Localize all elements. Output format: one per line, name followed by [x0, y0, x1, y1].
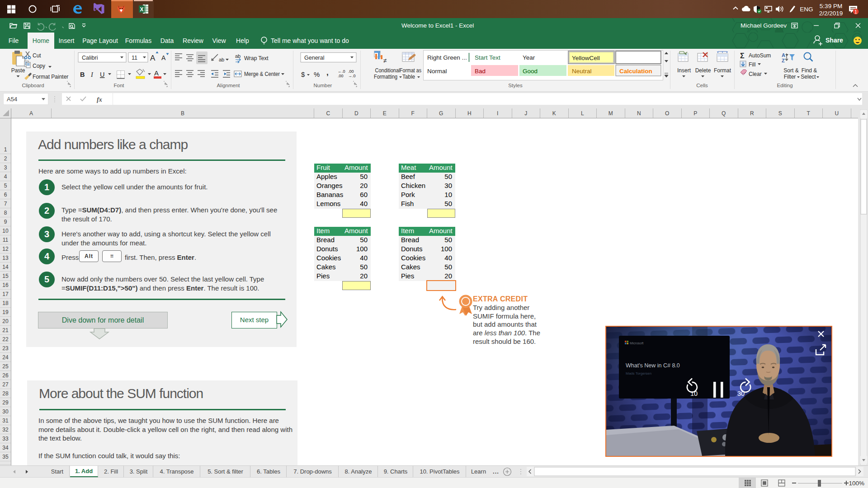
- svg-text:.00: .00: [338, 74, 344, 78]
- svg-text:Mads Torgersen: Mads Torgersen: [626, 371, 651, 375]
- svg-text:Paste: Paste: [11, 67, 25, 74]
- svg-text:Start Text: Start Text: [475, 54, 500, 61]
- svg-text:X: X: [140, 6, 143, 13]
- svg-text:Wrap Text: Wrap Text: [244, 55, 269, 61]
- svg-text:2/2/2019: 2/2/2019: [819, 10, 843, 17]
- svg-text:1: 1: [854, 9, 857, 14]
- svg-text:Clear: Clear: [749, 71, 762, 77]
- svg-text:Filter: Filter: [784, 74, 796, 80]
- svg-text:A: A: [782, 52, 785, 58]
- svg-text:AutoSum: AutoSum: [749, 52, 771, 59]
- svg-text:Clipboard: Clipboard: [22, 83, 44, 88]
- svg-text:Good: Good: [523, 68, 538, 75]
- svg-text:Welcome to Excel1 - Excel: Welcome to Excel1 - Excel: [401, 22, 474, 29]
- svg-text:Delete: Delete: [695, 67, 711, 74]
- svg-text:%: %: [314, 70, 320, 78]
- svg-text:Conditional: Conditional: [375, 67, 400, 74]
- svg-text:Share: Share: [826, 37, 843, 44]
- svg-text:Cut: Cut: [33, 52, 41, 59]
- svg-text:ab: ab: [219, 57, 224, 62]
- svg-text:Format as: Format as: [400, 67, 421, 74]
- svg-text:Editing: Editing: [777, 83, 793, 88]
- svg-text:Fill: Fill: [749, 61, 755, 68]
- svg-text:Find &: Find &: [802, 67, 817, 74]
- svg-text:U: U: [100, 71, 104, 78]
- svg-text:≠: ≠: [383, 57, 387, 64]
- svg-text:Format: Format: [714, 67, 731, 74]
- svg-text:10: 10: [690, 390, 698, 397]
- svg-text:Right Green ...: Right Green ...: [427, 54, 467, 61]
- svg-text:Formatting: Formatting: [374, 74, 397, 80]
- svg-text:Calibri: Calibri: [82, 55, 98, 61]
- svg-text:→.0: →.0: [348, 74, 356, 78]
- svg-text:11: 11: [132, 55, 137, 61]
- svg-text:I: I: [90, 71, 94, 78]
- svg-text:.00: .00: [348, 69, 354, 74]
- svg-text:ab: ab: [235, 53, 241, 59]
- svg-text:Year: Year: [523, 54, 535, 61]
- svg-text:Microsoft: Microsoft: [630, 341, 644, 345]
- svg-text:B: B: [80, 71, 85, 78]
- svg-text:Merge & Center: Merge & Center: [244, 71, 280, 77]
- svg-text:What's New in C# 8.0: What's New in C# 8.0: [626, 362, 680, 369]
- svg-text:A: A: [161, 54, 166, 61]
- svg-text:←.0: ←.0: [338, 69, 345, 74]
- svg-text:Cells: Cells: [696, 83, 708, 88]
- svg-text:$: $: [301, 70, 305, 78]
- svg-text:General: General: [304, 55, 324, 61]
- svg-text:Σ: Σ: [740, 52, 745, 60]
- svg-text:Font: Font: [113, 83, 124, 88]
- svg-text:Table: Table: [402, 74, 415, 80]
- svg-text:Neutral: Neutral: [572, 68, 592, 75]
- svg-text:Bad: Bad: [475, 68, 486, 75]
- svg-text:5:39 PM: 5:39 PM: [820, 3, 842, 9]
- svg-text:Styles: Styles: [508, 83, 523, 88]
- svg-text:Calculation: Calculation: [619, 68, 652, 75]
- svg-text:Select: Select: [801, 74, 816, 80]
- svg-text:fx: fx: [97, 96, 102, 103]
- svg-text:YellowCell: YellowCell: [572, 55, 600, 61]
- svg-text:ENG: ENG: [800, 6, 813, 13]
- svg-text:Alignment: Alignment: [217, 83, 240, 88]
- svg-text:Michael Gordeev: Michael Gordeev: [741, 22, 787, 29]
- svg-text:Sort &: Sort &: [783, 67, 798, 74]
- svg-text:A: A: [150, 54, 156, 62]
- svg-text:30: 30: [737, 390, 745, 397]
- svg-text:Format Painter: Format Painter: [33, 74, 68, 80]
- svg-text:Z: Z: [782, 58, 785, 63]
- svg-text:,: ,: [326, 68, 329, 77]
- svg-text:100%: 100%: [849, 480, 864, 487]
- svg-text:A: A: [154, 69, 159, 77]
- svg-text:Number: Number: [314, 83, 332, 88]
- svg-text:Insert: Insert: [677, 67, 691, 74]
- svg-text:Copy: Copy: [33, 63, 45, 69]
- svg-text:Normal: Normal: [427, 68, 447, 75]
